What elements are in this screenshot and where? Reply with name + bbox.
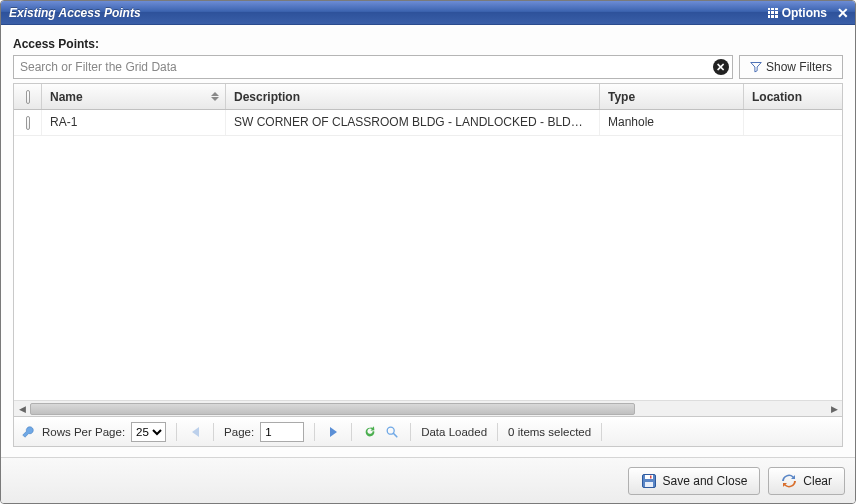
rows-per-page-select[interactable]: 25 xyxy=(131,422,166,442)
column-description[interactable]: Description xyxy=(226,84,600,109)
separator xyxy=(351,423,352,441)
options-button[interactable]: Options xyxy=(768,6,827,20)
column-type[interactable]: Type xyxy=(600,84,744,109)
dialog-title: Existing Access Points xyxy=(9,6,768,20)
selection-text: 0 items selected xyxy=(508,426,591,438)
save-and-close-button[interactable]: Save and Close xyxy=(628,467,761,495)
show-filters-label: Show Filters xyxy=(766,60,832,74)
cycle-icon xyxy=(781,473,797,489)
scroll-right-icon[interactable]: ▶ xyxy=(826,402,842,416)
search-wrap: ✕ xyxy=(13,55,733,79)
titlebar: Existing Access Points Options ✕ xyxy=(1,1,855,25)
next-page-button[interactable] xyxy=(325,424,341,440)
grid-header: Name Description Type Location xyxy=(14,84,842,110)
row-description: SW CORNER OF CLASSROOM BLDG - LANDLOCKED… xyxy=(226,110,600,135)
svg-rect-4 xyxy=(645,482,653,487)
select-all-checkbox[interactable] xyxy=(26,90,30,104)
dialog: Existing Access Points Options ✕ Access … xyxy=(0,0,856,504)
column-location-label: Location xyxy=(752,90,802,104)
chevron-left-icon xyxy=(192,427,199,437)
footer: Save and Close Clear xyxy=(1,457,855,503)
column-description-label: Description xyxy=(234,90,300,104)
dialog-body: Access Points: ✕ Show Filters Name xyxy=(1,25,855,457)
table-row[interactable]: RA-1 SW CORNER OF CLASSROOM BLDG - LANDL… xyxy=(14,110,842,136)
scroll-left-icon[interactable]: ◀ xyxy=(14,402,30,416)
scroll-thumb[interactable] xyxy=(30,403,635,415)
page-label: Page: xyxy=(224,426,254,438)
pager: Rows Per Page: 25 Page: xyxy=(13,417,843,447)
horizontal-scrollbar[interactable]: ◀ ▶ xyxy=(14,400,842,416)
save-icon xyxy=(641,473,657,489)
column-type-label: Type xyxy=(608,90,635,104)
row-name: RA-1 xyxy=(42,110,226,135)
column-location[interactable]: Location xyxy=(744,84,842,109)
zoom-button[interactable] xyxy=(384,424,400,440)
svg-rect-5 xyxy=(650,475,652,478)
clear-search-icon[interactable]: ✕ xyxy=(713,59,729,75)
options-label: Options xyxy=(782,6,827,20)
column-select-all[interactable] xyxy=(14,84,42,109)
row-location xyxy=(744,110,842,135)
status-text: Data Loaded xyxy=(421,426,487,438)
show-filters-button[interactable]: Show Filters xyxy=(739,55,843,79)
clear-button[interactable]: Clear xyxy=(768,467,845,495)
separator xyxy=(314,423,315,441)
search-input[interactable] xyxy=(13,55,733,79)
grid: Name Description Type Location xyxy=(13,83,843,417)
clear-label: Clear xyxy=(803,474,832,488)
separator xyxy=(497,423,498,441)
close-icon[interactable]: ✕ xyxy=(837,6,849,20)
scroll-track[interactable] xyxy=(30,402,826,416)
sort-icon xyxy=(211,92,219,101)
chevron-right-icon xyxy=(330,427,337,437)
funnel-icon xyxy=(750,61,762,73)
grid-body: RA-1 SW CORNER OF CLASSROOM BLDG - LANDL… xyxy=(14,110,842,400)
rows-per-page-label: Rows Per Page: xyxy=(42,426,125,438)
settings-icon[interactable] xyxy=(20,424,36,440)
titlebar-right: Options ✕ xyxy=(768,6,849,20)
separator xyxy=(213,423,214,441)
filter-row: ✕ Show Filters xyxy=(13,55,843,79)
separator xyxy=(601,423,602,441)
section-label: Access Points: xyxy=(13,37,843,51)
refresh-button[interactable] xyxy=(362,424,378,440)
prev-page-button[interactable] xyxy=(187,424,203,440)
row-type: Manhole xyxy=(600,110,744,135)
separator xyxy=(176,423,177,441)
row-checkbox-cell xyxy=(14,110,42,135)
column-name[interactable]: Name xyxy=(42,84,226,109)
row-checkbox[interactable] xyxy=(26,116,30,130)
separator xyxy=(410,423,411,441)
svg-line-1 xyxy=(393,433,397,437)
grid-icon xyxy=(768,8,778,18)
save-and-close-label: Save and Close xyxy=(663,474,748,488)
column-name-label: Name xyxy=(50,90,83,104)
page-input[interactable] xyxy=(260,422,304,442)
svg-rect-3 xyxy=(645,475,653,479)
